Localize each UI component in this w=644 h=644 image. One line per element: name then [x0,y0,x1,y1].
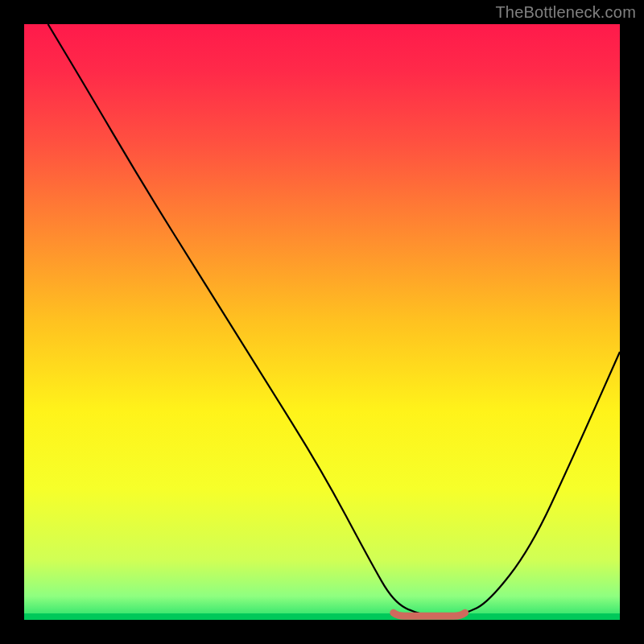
gradient-background [24,24,620,620]
plot-area [24,24,620,620]
optimal-range-marker [394,613,465,616]
bottom-green-band [24,613,620,620]
chart-svg [24,24,620,620]
chart-frame: TheBottleneck.com [0,0,644,644]
watermark-text: TheBottleneck.com [495,3,636,22]
